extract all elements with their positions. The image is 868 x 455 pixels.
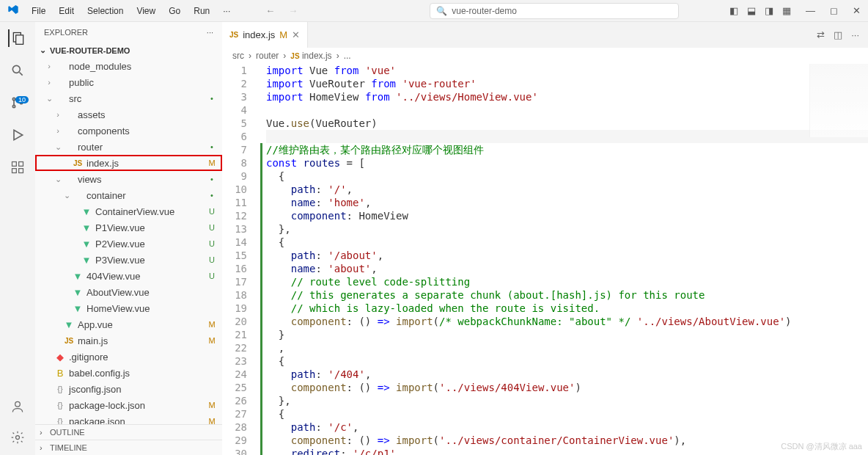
minimize-icon[interactable]: —	[806, 5, 815, 16]
editor-actions: ⇄ ◫ ···	[817, 29, 868, 40]
maximize-icon[interactable]: ◻	[830, 5, 838, 16]
code-line-23[interactable]: {	[266, 354, 868, 368]
code-line-16[interactable]: name: 'about',	[266, 262, 868, 275]
account-icon[interactable]	[9, 398, 26, 415]
code-line-26[interactable]: },	[266, 394, 868, 407]
code-line-1[interactable]: import Vue from 'vue'	[266, 64, 868, 77]
search-activity-icon[interactable]	[9, 62, 26, 79]
tree-item-ContainerView-vue[interactable]: ▼ContainerView.vueU	[35, 203, 222, 219]
code-line-5[interactable]: Vue.use(VueRouter)	[266, 117, 868, 130]
nav-forward-icon[interactable]: →	[288, 5, 298, 16]
extensions-icon[interactable]	[9, 159, 26, 176]
tree-item-index-js[interactable]: JSindex.jsM	[35, 155, 222, 171]
menu-selection[interactable]: Selection	[81, 3, 129, 19]
more-actions-icon[interactable]: ···	[851, 29, 859, 40]
code-line-24[interactable]: path: '/404',	[266, 368, 868, 381]
minimap[interactable]	[809, 64, 868, 137]
tree-item-package-json[interactable]: {}package.jsonM	[35, 413, 222, 424]
tree-item-P2View-vue[interactable]: ▼P2View.vueU	[35, 236, 222, 252]
tree-item--gitignore[interactable]: ◆.gitignore	[35, 349, 222, 365]
code-line-14[interactable]: {	[266, 236, 868, 249]
menu-edit[interactable]: Edit	[53, 3, 80, 19]
scm-icon[interactable]: 10	[9, 94, 26, 112]
tree-item-babel-config-js[interactable]: Bbabel.config.js	[35, 365, 222, 381]
code-content[interactable]: import Vue from 'vue'import VueRouter fr…	[259, 64, 868, 455]
tree-item-jsconfig-json[interactable]: {}jsconfig.json	[35, 381, 222, 397]
code-line-19[interactable]: // which is lazy-loaded when the route i…	[266, 302, 868, 315]
tree-item-AboutView-vue[interactable]: ▼AboutView.vue	[35, 284, 222, 300]
tree-item-P3View-vue[interactable]: ▼P3View.vueU	[35, 252, 222, 268]
breadcrumb-router[interactable]: router	[256, 51, 279, 61]
tree-item-package-lock-json[interactable]: {}package-lock.jsonM	[35, 397, 222, 413]
menu-file[interactable]: File	[26, 3, 51, 19]
tab-close-icon[interactable]: ✕	[292, 29, 300, 40]
code-line-7[interactable]: //维护路由表，某个路由路径对应哪个视图组件	[266, 143, 868, 156]
settings-gear-icon[interactable]	[9, 429, 26, 446]
code-line-18[interactable]: // this generates a separate chunk (abou…	[266, 288, 868, 302]
code-line-22[interactable]: ,	[266, 341, 868, 354]
svg-point-2	[12, 65, 20, 73]
layout-left-icon[interactable]: ◧	[729, 5, 738, 16]
tree-item-404View-vue[interactable]: ▼404View.vueU	[35, 268, 222, 284]
menu-go[interactable]: Go	[163, 3, 186, 19]
explorer-title: EXPLORER	[44, 28, 88, 37]
menu-run[interactable]: Run	[188, 3, 216, 19]
json-icon: {}	[54, 401, 66, 410]
close-icon[interactable]: ✕	[853, 5, 861, 16]
code-line-13[interactable]: },	[266, 222, 868, 236]
code-line-30[interactable]: redirect: '/c/p1',	[266, 447, 868, 455]
nav-arrows: ← →	[265, 5, 298, 16]
menu-···[interactable]: ···	[217, 3, 236, 19]
layout-right-icon[interactable]: ◨	[765, 5, 773, 16]
code-line-9[interactable]: {	[266, 170, 868, 183]
tree-item-container[interactable]: ⌄container•	[35, 187, 222, 203]
outline-section[interactable]: ›OUTLINE	[35, 424, 222, 440]
tree-item-App-vue[interactable]: ▼App.vueM	[35, 316, 222, 332]
layout-custom-icon[interactable]: ▦	[782, 5, 791, 16]
tree-item-P1View-vue[interactable]: ▼P1View.vueU	[35, 219, 222, 236]
nav-back-icon[interactable]: ←	[265, 5, 275, 16]
code-line-11[interactable]: name: 'home',	[266, 196, 868, 209]
layout-bottom-icon[interactable]: ⬓	[747, 5, 756, 16]
code-line-15[interactable]: path: '/about',	[266, 249, 868, 262]
search-text: vue-router-demo	[452, 6, 517, 16]
breadcrumb-...[interactable]: ...	[344, 51, 351, 61]
split-icon[interactable]: ◫	[834, 29, 842, 40]
breadcrumb[interactable]: src›router›JS index.js›...	[222, 48, 868, 64]
code-line-4[interactable]	[266, 103, 868, 117]
tree-item-node_modules[interactable]: ›node_modules	[35, 58, 222, 74]
code-line-10[interactable]: path: '/',	[266, 183, 868, 196]
explorer-icon[interactable]	[8, 29, 26, 47]
menu-view[interactable]: View	[130, 3, 161, 19]
tree-item-main-js[interactable]: JSmain.jsM	[35, 332, 222, 349]
code-line-29[interactable]: component: () => import('../views/contai…	[266, 434, 868, 447]
code-line-21[interactable]: }	[266, 328, 868, 341]
code-line-3[interactable]: import HomeView from '../views/HomeView.…	[266, 90, 868, 103]
tree-item-components[interactable]: ›components	[35, 123, 222, 139]
tree-item-router[interactable]: ⌄router•	[35, 139, 222, 155]
tab-index-js[interactable]: JS index.js M ✕	[222, 22, 308, 48]
tree-item-assets[interactable]: ›assets	[35, 106, 222, 123]
more-icon[interactable]: ···	[207, 28, 213, 37]
code-editor[interactable]: 1234567891011121314151617181920212223242…	[222, 64, 868, 455]
code-line-2[interactable]: import VueRouter from 'vue-router'	[266, 77, 868, 90]
code-line-27[interactable]: {	[266, 407, 868, 421]
compare-icon[interactable]: ⇄	[817, 29, 825, 40]
breadcrumb-index.js[interactable]: JS index.js	[290, 51, 331, 61]
code-line-12[interactable]: component: HomeView	[266, 209, 868, 222]
project-header[interactable]: ⌄ VUE-ROUTER-DEMO	[35, 43, 222, 58]
code-line-20[interactable]: component: () => import(/* webpackChunkN…	[266, 315, 868, 328]
debug-icon[interactable]	[9, 126, 26, 144]
code-line-28[interactable]: path: '/c',	[266, 421, 868, 434]
timeline-section[interactable]: ›TIMELINE	[35, 440, 222, 455]
code-line-17[interactable]: // route level code-splitting	[266, 275, 868, 288]
code-line-6[interactable]	[266, 130, 868, 143]
command-center[interactable]: 🔍 vue-router-demo	[430, 3, 679, 19]
tree-item-src[interactable]: ⌄src•	[35, 90, 222, 106]
tree-item-views[interactable]: ⌄views•	[35, 171, 222, 187]
code-line-8[interactable]: const routes = [	[266, 156, 868, 170]
breadcrumb-src[interactable]: src	[232, 51, 244, 61]
tree-item-public[interactable]: ›public	[35, 74, 222, 90]
code-line-25[interactable]: component: () => import('../views/404Vie…	[266, 381, 868, 394]
tree-item-HomeView-vue[interactable]: ▼HomeView.vue	[35, 300, 222, 316]
